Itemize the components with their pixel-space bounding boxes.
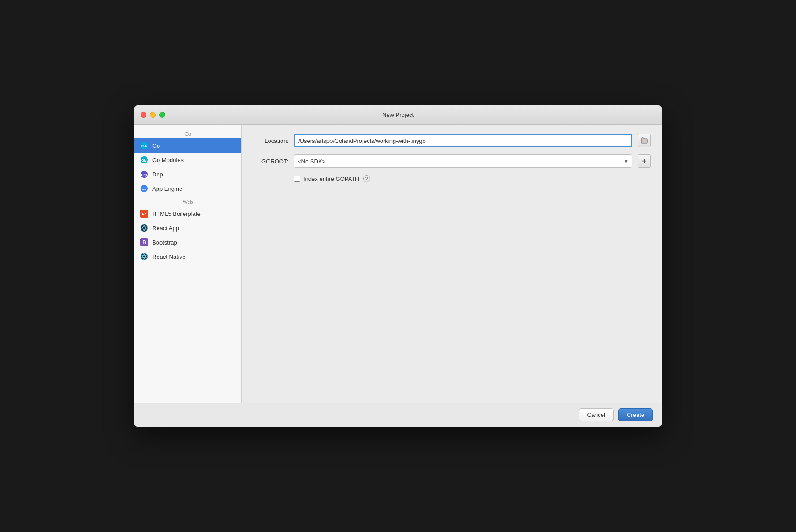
go-modules-icon: GM [140, 155, 149, 164]
create-button[interactable]: Create [618, 408, 653, 421]
svg-text:B: B [142, 240, 146, 245]
main-content: Location: GOROOT: <No SDK> ▼ + [242, 125, 662, 403]
goroot-select[interactable]: <No SDK> [294, 154, 632, 168]
sidebar-item-react-app[interactable]: React App [134, 221, 241, 235]
web-section-label: Web [134, 196, 241, 206]
sidebar-item-go-modules[interactable]: GM Go Modules [134, 153, 241, 167]
index-gopath-checkbox[interactable] [294, 176, 300, 182]
index-gopath-label: Index entire GOPATH [304, 176, 359, 182]
minimize-button[interactable] [150, 112, 156, 118]
new-project-dialog: New Project Go Go Go [134, 105, 662, 427]
svg-text:Dep: Dep [141, 173, 147, 177]
location-label: Location: [252, 137, 288, 144]
close-button[interactable] [141, 112, 146, 118]
sidebar-item-bootstrap[interactable]: B Bootstrap [134, 235, 241, 249]
goroot-select-wrapper: <No SDK> ▼ [294, 154, 632, 168]
sidebar-bootstrap-label: Bootstrap [152, 239, 177, 246]
goroot-label: GOROOT: [252, 158, 288, 165]
app-engine-icon: AE [140, 184, 149, 193]
folder-button[interactable] [638, 134, 651, 147]
svg-text:Go: Go [141, 144, 147, 148]
html5-icon: H5 [140, 209, 149, 218]
sidebar-item-react-native[interactable]: React Native [134, 249, 241, 264]
help-icon[interactable]: ? [363, 175, 370, 182]
dep-icon: Dep [140, 170, 149, 179]
sidebar-item-app-engine[interactable]: AE App Engine [134, 181, 241, 196]
go-icon: Go [140, 141, 149, 150]
sidebar-html5-label: HTML5 Boilerplate [152, 210, 201, 217]
sidebar-item-html5[interactable]: H5 HTML5 Boilerplate [134, 206, 241, 221]
dialog-title: New Project [382, 112, 414, 118]
sidebar-go-label: Go [152, 142, 160, 149]
sidebar-app-engine-label: App Engine [152, 185, 182, 192]
sidebar-item-go[interactable]: Go Go [134, 138, 241, 153]
bootstrap-icon: B [140, 238, 149, 247]
add-sdk-button[interactable]: + [638, 154, 651, 168]
dialog-body: Go Go Go GM Go Modul [134, 125, 662, 403]
go-section-label: Go [134, 128, 241, 138]
traffic-lights [141, 112, 165, 118]
title-bar: New Project [134, 105, 662, 125]
sidebar-react-native-label: React Native [152, 253, 185, 260]
react-app-icon [140, 223, 149, 232]
svg-text:GM: GM [141, 159, 146, 162]
sidebar-dep-label: Dep [152, 171, 163, 178]
dialog-footer: Cancel Create [134, 403, 662, 427]
gopath-checkbox-row: Index entire GOPATH ? [294, 175, 651, 182]
svg-text:H5: H5 [142, 213, 146, 216]
goroot-row: GOROOT: <No SDK> ▼ + [252, 154, 651, 168]
sidebar: Go Go Go GM Go Modul [134, 125, 242, 403]
cancel-button[interactable]: Cancel [579, 408, 614, 421]
location-input[interactable] [294, 134, 632, 147]
sidebar-go-modules-label: Go Modules [152, 157, 184, 163]
svg-text:AE: AE [142, 188, 146, 191]
sidebar-react-app-label: React App [152, 225, 179, 232]
sidebar-item-dep[interactable]: Dep Dep [134, 167, 241, 181]
maximize-button[interactable] [159, 112, 165, 118]
location-row: Location: [252, 134, 651, 147]
react-native-icon [140, 252, 149, 261]
